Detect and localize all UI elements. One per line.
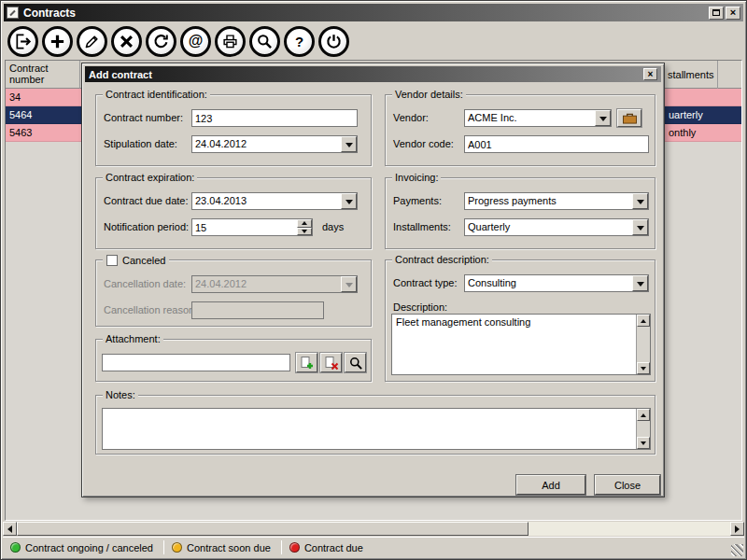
group-vendor-details: Vendor details: Vendor: ACME Inc. Vendor… [385,94,655,166]
close-icon: × [648,70,654,79]
spinner-buttons [297,219,312,235]
contract-type-combobox[interactable]: Consulting [464,274,649,292]
cell-contract-number[interactable]: 5464 [6,106,82,124]
cell-contract-number[interactable]: 34 [6,89,82,106]
group-canceled: Canceled Cancellation date: 24.04.2012 C… [95,259,372,327]
payments-label: Payments: [393,192,442,210]
group-notes: Notes: [95,395,655,455]
notification-period-input[interactable] [191,218,313,236]
briefcase-icon [622,112,638,124]
vendor-code-label: Vendor code: [393,135,454,153]
stipulation-date-combobox[interactable]: 24.04.2012 [191,135,358,153]
add-contract-button[interactable] [42,26,73,57]
scroll-down-button[interactable] [637,362,650,374]
notes-textarea[interactable] [103,409,636,449]
scroll-up-button[interactable] [637,315,650,327]
remove-attachment-icon [324,356,339,371]
email-button[interactable]: @ [180,26,211,57]
notification-period-label: Notification period: [104,218,189,236]
delete-contract-button[interactable] [111,26,142,57]
refresh-icon [152,33,170,50]
toolbar: @ ? [7,23,349,59]
due-date-label: Contract due date: [104,192,189,210]
payments-combobox[interactable]: Progress payments [464,192,649,210]
maximize-icon [712,9,720,16]
vertical-scrollbar[interactable] [636,315,650,374]
group-legend: Contract expiration: [103,172,197,184]
dropdown-button[interactable] [341,136,357,152]
contract-type-label: Contract type: [393,274,457,292]
delete-x-icon [118,33,135,50]
dialog-close-action-button[interactable]: Close [595,475,660,495]
canceled-checkbox[interactable] [106,255,118,266]
combobox-value: ACME Inc. [468,110,594,126]
dropdown-button[interactable] [632,219,648,235]
vendor-combobox[interactable]: ACME Inc. [464,109,612,127]
group-attachment: Attachment: [95,339,372,382]
cell-installments[interactable] [665,89,741,106]
column-header-installments[interactable]: stallments [665,61,718,89]
vendor-lookup-button[interactable] [617,109,641,127]
remove-attachment-button[interactable] [320,353,342,372]
refresh-button[interactable] [146,26,176,57]
print-button[interactable] [215,26,246,57]
spinner-up-button[interactable] [297,219,312,228]
scroll-left-button[interactable] [3,522,17,536]
power-icon [325,33,343,50]
installments-label: Installments: [393,218,451,236]
exit-button[interactable] [7,26,38,57]
vendor-code-input[interactable] [464,135,649,153]
group-legend: Vendor details: [392,89,466,101]
cell-installments[interactable]: onthly [665,124,741,142]
scrollbar-thumb[interactable] [17,522,529,536]
dialog-close-button[interactable]: × [643,68,657,80]
combobox-value: Consulting [468,275,631,291]
chevron-down-icon [637,282,644,290]
add-attachment-button[interactable] [296,353,317,372]
group-legend: Contract description: [392,254,492,266]
triangle-up-icon [641,411,646,417]
dropdown-button[interactable] [632,275,648,291]
dropdown-button [341,276,357,292]
cell-installments[interactable]: uarterly [665,106,741,124]
search-button[interactable] [249,26,280,57]
help-button[interactable]: ? [284,26,315,57]
window-title: Contracts [23,7,76,20]
app-icon [7,7,19,19]
spinner-down-button[interactable] [297,228,312,236]
description-textarea[interactable]: Fleet management consulting [392,315,636,374]
close-button[interactable]: × [726,7,740,20]
edit-contract-button[interactable] [77,26,107,57]
magnifier-icon [348,356,363,371]
installments-combobox[interactable]: Quarterly [464,218,649,236]
chevron-down-icon [345,283,353,291]
dropdown-button[interactable] [595,110,611,126]
column-header-contract-number[interactable]: Contract number [6,61,80,89]
chevron-down-icon [637,226,644,234]
attachment-path-input[interactable] [102,354,290,371]
scroll-right-button[interactable] [730,522,744,536]
combobox-value: 23.04.2013 [195,193,340,209]
dropdown-button[interactable] [632,193,648,209]
due-date-combobox[interactable]: 23.04.2013 [191,192,358,210]
notification-period-spinner[interactable] [191,218,313,236]
maximize-button[interactable] [709,7,724,20]
resize-grip[interactable] [731,544,743,556]
cancellation-date-combobox: 24.04.2012 [191,275,358,293]
cancellation-reason-input [191,301,324,319]
power-button[interactable] [318,26,349,57]
contract-number-label: Contract number: [104,109,183,127]
status-separator [163,540,164,554]
scroll-down-button[interactable] [637,437,650,449]
vertical-scrollbar[interactable] [636,409,650,449]
scroll-up-button[interactable] [637,409,650,421]
days-suffix-label: days [322,218,344,236]
dropdown-button[interactable] [341,193,357,209]
add-button[interactable]: Add [516,475,585,495]
view-attachment-button[interactable] [345,353,366,372]
triangle-left-icon [4,525,12,533]
horizontal-scrollbar[interactable] [3,522,744,536]
window-controls: × [709,7,740,20]
cell-contract-number[interactable]: 5463 [6,124,82,142]
contract-number-input[interactable] [191,109,358,127]
